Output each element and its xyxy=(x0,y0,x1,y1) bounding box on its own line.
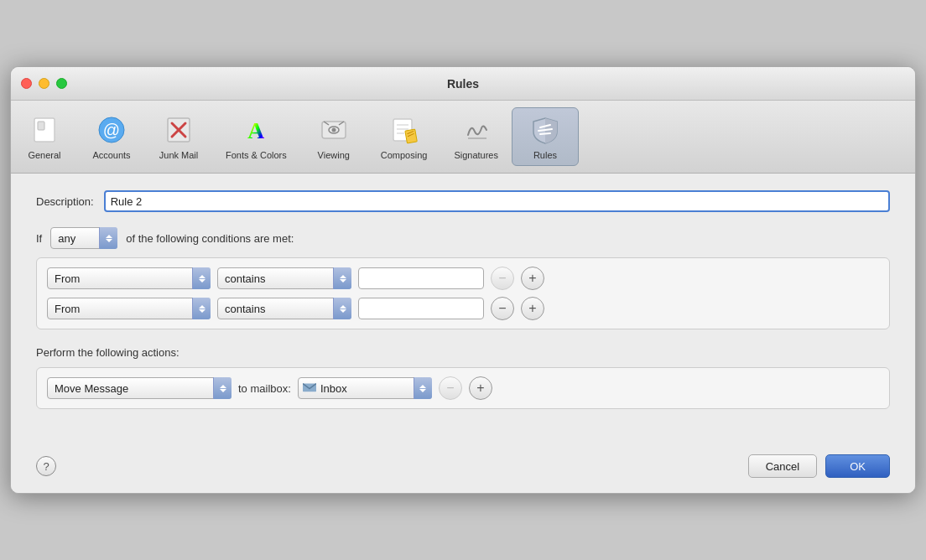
toolbar-item-general[interactable]: General xyxy=(11,108,78,165)
actions-box: Move Message Copy Message Delete Message… xyxy=(36,367,890,409)
close-button[interactable] xyxy=(21,78,32,89)
viewing-icon xyxy=(317,113,351,147)
rules-label: Rules xyxy=(533,150,557,160)
description-row: Description: xyxy=(36,190,890,212)
add-condition-2-button[interactable]: + xyxy=(521,297,544,320)
toolbar-item-accounts[interactable]: @ Accounts xyxy=(78,108,145,165)
any-select-wrapper: any all xyxy=(50,227,117,249)
add-condition-1-button[interactable]: + xyxy=(521,267,544,290)
condition-value-1[interactable] xyxy=(358,267,484,289)
accounts-label: Accounts xyxy=(92,150,130,160)
fonts-icon: A xyxy=(239,113,273,147)
toolbar-item-fonts[interactable]: A Fonts & Colors xyxy=(212,108,300,165)
mailbox-select[interactable]: Inbox Sent Drafts Trash xyxy=(298,377,432,399)
svg-text:@: @ xyxy=(103,121,120,139)
composing-label: Composing xyxy=(381,150,428,160)
maximize-button[interactable] xyxy=(56,78,67,89)
condition-op-1-select[interactable]: contains does not contain begins with en… xyxy=(217,267,351,289)
toolbar-item-signatures[interactable]: Signatures xyxy=(440,108,512,165)
viewing-label: Viewing xyxy=(318,150,350,160)
remove-action-button[interactable]: − xyxy=(439,376,462,400)
traffic-lights xyxy=(21,78,67,89)
composing-icon xyxy=(388,113,421,147)
description-input[interactable] xyxy=(104,190,890,212)
junk-label: Junk Mail xyxy=(159,150,198,160)
footer: ? Cancel OK xyxy=(11,443,915,493)
main-window: Rules General @ Accounts xyxy=(10,66,916,494)
content-area: Description: If any all of the following… xyxy=(11,174,915,443)
action-row-1: Move Message Copy Message Delete Message… xyxy=(47,376,879,400)
condition-op-2-wrapper: contains does not contain begins with en… xyxy=(217,298,351,319)
remove-condition-2-button[interactable]: − xyxy=(491,297,514,320)
toolbar-item-viewing[interactable]: Viewing xyxy=(300,108,367,165)
ok-button[interactable]: OK xyxy=(825,454,890,478)
junk-icon xyxy=(162,113,195,147)
conditions-header: If any all of the following conditions a… xyxy=(36,227,890,249)
condition-op-1-wrapper: contains does not contain begins with en… xyxy=(217,267,351,289)
conditions-box: From To Subject Date contains does not c… xyxy=(36,257,890,329)
titlebar: Rules xyxy=(11,67,915,101)
action-type-wrapper: Move Message Copy Message Delete Message… xyxy=(47,377,232,399)
toolbar-item-rules[interactable]: Rules xyxy=(512,107,579,166)
general-label: General xyxy=(28,150,60,160)
svg-rect-1 xyxy=(38,122,44,130)
if-label: If xyxy=(36,232,42,245)
condition-field-2-select[interactable]: From To Subject Date xyxy=(47,298,211,319)
help-button[interactable]: ? xyxy=(36,456,56,476)
mailbox-select-wrapper: Inbox Sent Drafts Trash xyxy=(298,377,432,399)
general-icon xyxy=(28,113,61,147)
remove-condition-1-button[interactable]: − xyxy=(491,267,514,290)
description-label: Description: xyxy=(36,195,94,208)
svg-rect-17 xyxy=(404,129,416,143)
fonts-label: Fonts & Colors xyxy=(226,150,287,160)
condition-field-2-wrapper: From To Subject Date xyxy=(47,298,211,319)
condition-field-1-select[interactable]: From To Subject Date xyxy=(47,267,211,289)
footer-buttons: Cancel OK xyxy=(748,454,890,478)
toolbar-item-composing[interactable]: Composing xyxy=(367,108,441,165)
minimize-button[interactable] xyxy=(39,78,49,89)
signatures-icon xyxy=(460,113,493,147)
to-mailbox-label: to mailbox: xyxy=(238,382,291,395)
condition-row-1: From To Subject Date contains does not c… xyxy=(47,267,879,290)
condition-value-2[interactable] xyxy=(358,298,484,319)
any-select[interactable]: any all xyxy=(50,227,117,249)
toolbar: General @ Accounts Junk Mail xyxy=(11,101,915,174)
signatures-label: Signatures xyxy=(454,150,498,160)
svg-line-23 xyxy=(540,133,550,134)
condition-op-2-select[interactable]: contains does not contain begins with en… xyxy=(217,298,351,319)
toolbar-item-junk[interactable]: Junk Mail xyxy=(145,108,212,165)
conditions-following-label: of the following conditions are met: xyxy=(126,232,294,245)
window-title: Rules xyxy=(447,77,479,91)
action-type-select[interactable]: Move Message Copy Message Delete Message… xyxy=(47,377,232,399)
svg-point-10 xyxy=(331,128,336,132)
accounts-icon: @ xyxy=(95,113,128,147)
svg-text:A: A xyxy=(247,117,265,143)
condition-row-2: From To Subject Date contains does not c… xyxy=(47,297,879,320)
rules-icon xyxy=(528,113,562,147)
cancel-button[interactable]: Cancel xyxy=(748,454,817,478)
actions-header: Perform the following actions: xyxy=(36,346,890,359)
condition-field-1-wrapper: From To Subject Date xyxy=(47,267,211,289)
add-action-button[interactable]: + xyxy=(469,376,492,400)
